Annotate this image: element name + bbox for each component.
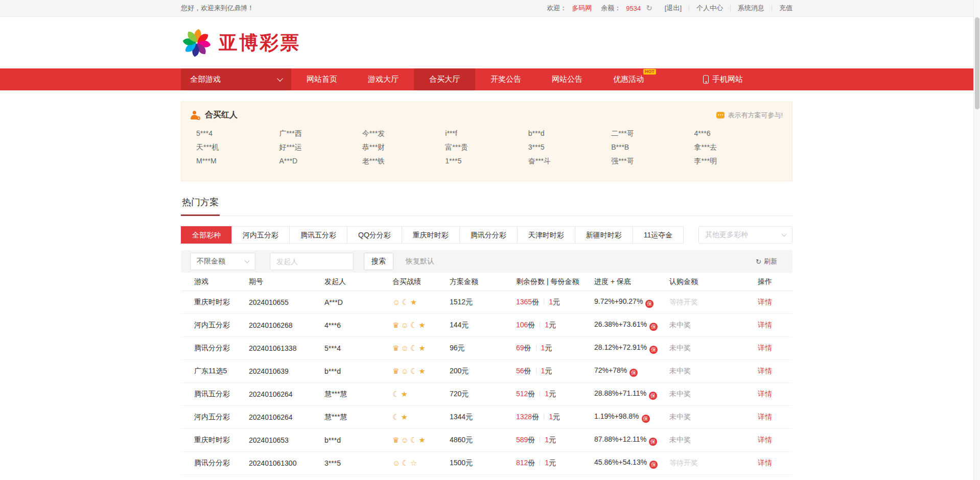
- nav-item-7[interactable]: 手机网站: [688, 68, 758, 90]
- search-button[interactable]: 搜索: [364, 253, 393, 270]
- hot-user[interactable]: 3***5: [528, 140, 611, 154]
- nav-item-1[interactable]: 网站首页: [291, 68, 353, 90]
- achievement-badges: ♛☺☾★: [392, 367, 450, 375]
- balance-refresh-icon[interactable]: ↻: [646, 4, 652, 13]
- plan-amount: 200元: [450, 367, 516, 376]
- all-games-dropdown[interactable]: 全部游戏: [181, 68, 291, 90]
- site-logo[interactable]: 亚博彩票: [181, 27, 300, 59]
- game-name: 广东11选5: [194, 367, 249, 376]
- progress-cell: 1.19%+98.8%保: [594, 412, 669, 423]
- medal-icon: ★: [401, 413, 407, 421]
- divider: [544, 299, 544, 305]
- nav-item-5[interactable]: 网站公告: [536, 68, 598, 90]
- nav-item-6[interactable]: 优惠活动HOT: [598, 68, 659, 90]
- initiator-name: 3***5: [324, 459, 392, 467]
- amount-filter-select[interactable]: 不限金额: [190, 253, 255, 270]
- detail-link[interactable]: 详情: [758, 321, 779, 330]
- moon-icon: ☾: [410, 321, 417, 329]
- tab-5[interactable]: 重庆时时彩: [402, 226, 460, 244]
- nav-item-label: 网站首页: [307, 75, 337, 84]
- hot-user[interactable]: 恭***财: [362, 140, 445, 154]
- tab-6[interactable]: 腾讯分分彩: [459, 226, 518, 244]
- hot-user[interactable]: 富***贵: [445, 140, 528, 154]
- achievement-badges: ☾★: [392, 413, 450, 421]
- detail-link[interactable]: 详情: [758, 367, 779, 376]
- tab-2[interactable]: 河内五分彩: [231, 226, 290, 244]
- hot-user[interactable]: B***B: [611, 140, 694, 154]
- hot-user[interactable]: 奋***斗: [528, 154, 611, 168]
- detail-link[interactable]: 详情: [758, 344, 779, 353]
- achievement-badges: ♛☺☾★: [392, 344, 450, 352]
- column-header: 方案金额: [450, 277, 516, 286]
- progress-value: 26.38%+73.61%: [594, 320, 647, 328]
- status-text: 未中奖: [669, 413, 758, 422]
- game-name: 河内五分彩: [194, 321, 249, 330]
- tab-1[interactable]: 全部彩种: [181, 226, 232, 244]
- period-number: 2024010639: [249, 367, 324, 375]
- hot-user[interactable]: 强***哥: [611, 154, 694, 168]
- refresh-button[interactable]: ↻ 刷新: [756, 257, 777, 266]
- chevron-down-icon: [782, 232, 787, 237]
- greeting-text: 您好，欢迎来到亿鼎博！: [181, 4, 254, 13]
- detail-link[interactable]: 详情: [758, 436, 779, 445]
- scrollbar-thumb[interactable]: [975, 17, 979, 109]
- nav-item-3[interactable]: 合买大厅: [414, 68, 475, 90]
- nav-item-label: 优惠活动: [613, 75, 644, 84]
- more-lotteries-dropdown[interactable]: 其他更多彩种: [698, 226, 792, 244]
- hot-user[interactable]: 天***机: [196, 140, 279, 154]
- hot-user[interactable]: 5***4: [196, 127, 279, 140]
- hot-user[interactable]: 拿***去: [694, 140, 777, 154]
- tab-8[interactable]: 新疆时时彩: [575, 226, 633, 244]
- tab-4[interactable]: QQ分分彩: [347, 226, 402, 244]
- status-text: 未中奖: [669, 321, 758, 330]
- hot-user[interactable]: 老***铁: [362, 154, 445, 168]
- nav-item-label: 网站公告: [552, 75, 582, 84]
- detail-link[interactable]: 详情: [758, 298, 779, 307]
- initiator-search-input[interactable]: [270, 253, 354, 270]
- topbar-link-个人中心[interactable]: 个人中心: [696, 4, 723, 13]
- shares-unit: 份: [524, 344, 531, 352]
- nav-item-label: 手机网站: [712, 75, 743, 84]
- hot-user[interactable]: 好***运: [279, 140, 362, 154]
- topbar-link-系统消息[interactable]: 系统消息: [738, 4, 764, 13]
- medal-icon: ★: [418, 344, 425, 352]
- header: 亚博彩票: [0, 17, 973, 68]
- hot-user[interactable]: 李***明: [694, 154, 777, 168]
- plan-amount: 1344元: [450, 413, 516, 422]
- achievement-badges: ☺☾★: [392, 298, 450, 306]
- progress-value: 87.88%+12.11%: [594, 435, 646, 443]
- person-icon: [191, 111, 200, 120]
- hot-user[interactable]: 二***哥: [611, 127, 694, 140]
- moon-icon: ☾: [410, 367, 417, 375]
- topbar-link-充值[interactable]: 充值: [779, 4, 792, 13]
- hot-user[interactable]: 广***西: [279, 127, 362, 140]
- tab-7[interactable]: 天津时时彩: [517, 226, 575, 244]
- guarantee-badge: 保: [642, 415, 650, 423]
- tab-9[interactable]: 11运夺金: [633, 226, 684, 244]
- progress-cell: 87.88%+12.11%保: [594, 435, 669, 446]
- column-header: 发起人: [324, 277, 392, 286]
- chevron-down-icon: [277, 76, 283, 81]
- hot-user[interactable]: A***D: [279, 154, 362, 168]
- tab-3[interactable]: 腾讯五分彩: [289, 226, 347, 244]
- hot-user[interactable]: M***M: [196, 154, 279, 168]
- game-name: 河内五分彩: [194, 413, 249, 422]
- detail-link[interactable]: 详情: [758, 459, 779, 468]
- logout-link[interactable]: [退出]: [665, 4, 682, 13]
- shares-cell: 106份1元: [516, 321, 594, 330]
- column-header: 认购金额: [669, 277, 758, 286]
- reset-default-link[interactable]: 恢复默认: [406, 257, 434, 266]
- hot-user[interactable]: 今***发: [362, 127, 445, 140]
- scrollbar[interactable]: [973, 0, 980, 480]
- detail-link[interactable]: 详情: [758, 413, 779, 422]
- hot-user[interactable]: 4***6: [694, 127, 777, 140]
- hot-user[interactable]: 1***5: [445, 154, 528, 168]
- shares-count: 56: [516, 367, 524, 375]
- detail-link[interactable]: 详情: [758, 390, 779, 399]
- per-share-amount: 1: [549, 298, 553, 306]
- nav-item-4[interactable]: 开奖公告: [475, 68, 536, 90]
- hot-user[interactable]: i***f: [445, 127, 528, 140]
- separator: [730, 5, 731, 11]
- hot-user[interactable]: b***d: [528, 127, 611, 140]
- nav-item-2[interactable]: 游戏大厅: [353, 68, 414, 90]
